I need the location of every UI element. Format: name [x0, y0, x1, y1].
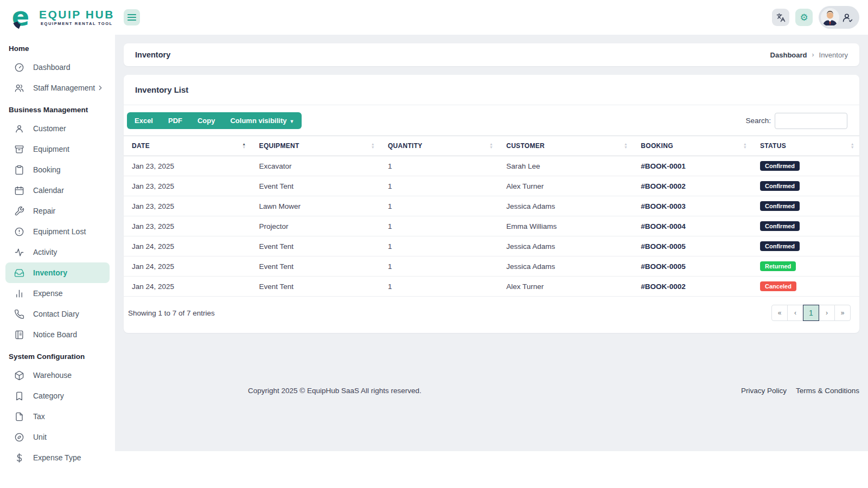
cell-status: Confirmed — [752, 156, 859, 176]
sidebar-item-label: Booking — [33, 165, 61, 174]
table-toolbar: ExcelPDFCopyColumn visibility▼ Search: — [124, 105, 859, 136]
wrench-icon — [14, 206, 25, 216]
file-icon — [14, 411, 25, 422]
cell-status: Confirmed — [752, 196, 859, 216]
bar-chart-icon — [14, 288, 25, 299]
sidebar-item-label: Repair — [33, 207, 55, 215]
cell-equipment: Excavator — [251, 156, 380, 176]
sidebar-item-notice-board[interactable]: Notice Board — [5, 324, 110, 345]
cell-customer: Alex Turner — [498, 176, 633, 196]
sidebar-item-customer[interactable]: Customer — [5, 118, 110, 139]
user-menu[interactable] — [819, 6, 859, 29]
copyright-text: Copyright 2025 © EquipHub SaaS All right… — [248, 387, 422, 395]
brand-logo[interactable]: e EQUIP HUB EQUIPMENT RENTAL TOOL — [11, 4, 114, 30]
cell-status: Canceled — [752, 277, 859, 297]
cell-equipment: Lawn Mower — [251, 196, 380, 216]
disc-icon — [14, 432, 25, 442]
sidebar-item-tax[interactable]: Tax — [5, 406, 110, 427]
calendar-icon — [14, 185, 25, 196]
settings-button[interactable]: ⚙ — [795, 9, 813, 26]
sidebar-item-label: Unit — [33, 433, 47, 441]
sidebar-item-calendar[interactable]: Calendar — [5, 180, 110, 201]
sidebar-item-equipment-lost[interactable]: Equipment Lost — [5, 221, 110, 242]
language-button[interactable] — [772, 9, 789, 26]
cell-booking[interactable]: #BOOK-0004 — [633, 216, 752, 236]
cell-booking[interactable]: #BOOK-0002 — [633, 277, 752, 297]
column-header-customer[interactable]: CUSTOMER ▲▼ — [498, 136, 633, 156]
activity-icon — [14, 247, 25, 258]
sidebar-item-label: Notice Board — [33, 330, 77, 339]
sidebar-item-label: Equipment — [33, 145, 69, 153]
sidebar-item-warehouse[interactable]: Warehouse — [5, 365, 110, 386]
sidebar-item-label: Staff Management — [33, 84, 95, 92]
last-page-button[interactable]: » — [834, 305, 851, 321]
page-button-1[interactable]: 1 — [803, 305, 819, 321]
cell-customer: Jessica Adams — [498, 196, 633, 216]
cell-date: Jan 24, 2025 — [124, 277, 251, 297]
cell-booking[interactable]: #BOOK-0002 — [633, 176, 752, 196]
sidebar-item-label: Expense — [33, 289, 62, 298]
sidebar-item-category[interactable]: Category — [5, 386, 110, 406]
prev-page-button[interactable]: ‹ — [787, 305, 803, 321]
sidebar-item-expense-type[interactable]: Expense Type — [5, 447, 110, 468]
column-header-booking[interactable]: BOOKING ▲▼ — [633, 136, 752, 156]
breadcrumb: Dashboard›Inventory — [770, 51, 848, 59]
sidebar-item-label: Customer — [33, 124, 66, 133]
column-header-date[interactable]: DATE ▲▼ — [124, 136, 251, 156]
package-icon — [14, 370, 25, 381]
sidebar-item-booking[interactable]: Booking — [5, 159, 110, 180]
excel-button[interactable]: Excel — [127, 112, 161, 129]
cell-status: Returned — [752, 256, 859, 277]
sidebar-item-equipment[interactable]: Equipment — [5, 139, 110, 159]
privacy-policy-link[interactable]: Privacy Policy — [741, 387, 787, 395]
sidebar-item-repair[interactable]: Repair — [5, 201, 110, 221]
phone-icon — [14, 309, 25, 319]
cell-booking[interactable]: #BOOK-0003 — [633, 196, 752, 216]
column-header-status[interactable]: STATUS ▲▼ — [752, 136, 859, 156]
sidebar-item-inventory[interactable]: Inventory — [5, 262, 110, 283]
status-badge: Confirmed — [760, 221, 800, 231]
column-header-quantity[interactable]: QUANTITY ▲▼ — [380, 136, 498, 156]
sort-icon: ▲▼ — [743, 143, 747, 149]
cell-equipment: Event Tent — [251, 236, 380, 256]
brand-name: EQUIP HUB — [39, 9, 114, 20]
cell-customer: Emma Williams — [498, 216, 633, 236]
column-header-equipment[interactable]: EQUIPMENT ▲▼ — [251, 136, 380, 156]
archive-icon — [14, 144, 25, 155]
terms-conditions-link[interactable]: Terms & Conditions — [796, 387, 859, 395]
next-page-button[interactable]: › — [819, 305, 835, 321]
column-visibility-button[interactable]: Column visibility▼ — [222, 112, 302, 129]
pdf-button[interactable]: PDF — [161, 112, 190, 129]
avatar — [821, 8, 839, 27]
inbox-icon — [14, 267, 25, 278]
cell-quantity: 1 — [380, 156, 498, 176]
status-badge: Confirmed — [760, 241, 800, 251]
cell-booking[interactable]: #BOOK-0005 — [633, 236, 752, 256]
user-check-icon — [843, 12, 853, 23]
cell-booking[interactable]: #BOOK-0001 — [633, 156, 752, 176]
cell-date: Jan 23, 2025 — [124, 196, 251, 216]
gear-icon: ⚙ — [800, 12, 808, 23]
sidebar-toggle-button[interactable] — [124, 9, 140, 25]
sidebar-item-dashboard[interactable]: Dashboard — [5, 57, 110, 78]
sidebar-item-staff-management[interactable]: Staff Management — [5, 78, 110, 98]
breadcrumb-item-dashboard[interactable]: Dashboard — [770, 51, 807, 59]
sidebar-item-label: Expense Type — [33, 453, 81, 462]
sidebar-item-contact-diary[interactable]: Contact Diary — [5, 304, 110, 324]
cell-date: Jan 23, 2025 — [124, 216, 251, 236]
sidebar-item-expense[interactable]: Expense — [5, 283, 110, 304]
cell-quantity: 1 — [380, 236, 498, 256]
cell-quantity: 1 — [380, 277, 498, 297]
sidebar-item-label: Activity — [33, 248, 57, 256]
table-row: Jan 24, 2025 Event Tent 1 Alex Turner #B… — [124, 277, 859, 297]
sidebar-item-unit[interactable]: Unit — [5, 427, 110, 447]
copy-button[interactable]: Copy — [190, 112, 223, 129]
sidebar-item-activity[interactable]: Activity — [5, 242, 110, 262]
pagination: «‹1›» — [771, 305, 851, 321]
bookmark-icon — [14, 390, 25, 401]
cell-status: Confirmed — [752, 176, 859, 196]
search-input[interactable] — [775, 113, 847, 129]
inventory-card: Inventory List ExcelPDFCopyColumn visibi… — [124, 75, 859, 333]
cell-booking[interactable]: #BOOK-0005 — [633, 256, 752, 277]
first-page-button[interactable]: « — [771, 305, 788, 321]
